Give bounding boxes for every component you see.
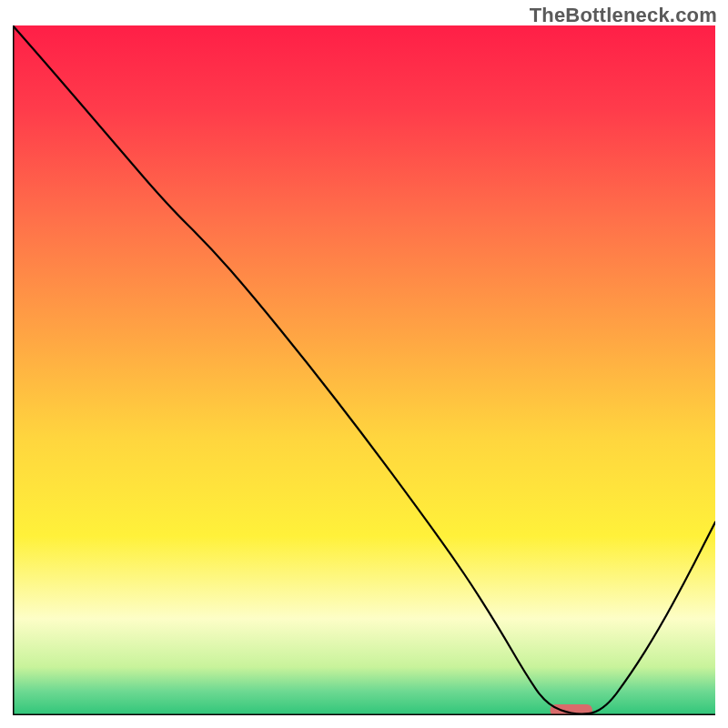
gradient-background — [13, 25, 715, 715]
chart-root: TheBottleneck.com — [0, 0, 728, 728]
plot-area — [13, 25, 715, 715]
bottleneck-chart — [13, 25, 715, 715]
watermark-label: TheBottleneck.com — [530, 4, 717, 27]
